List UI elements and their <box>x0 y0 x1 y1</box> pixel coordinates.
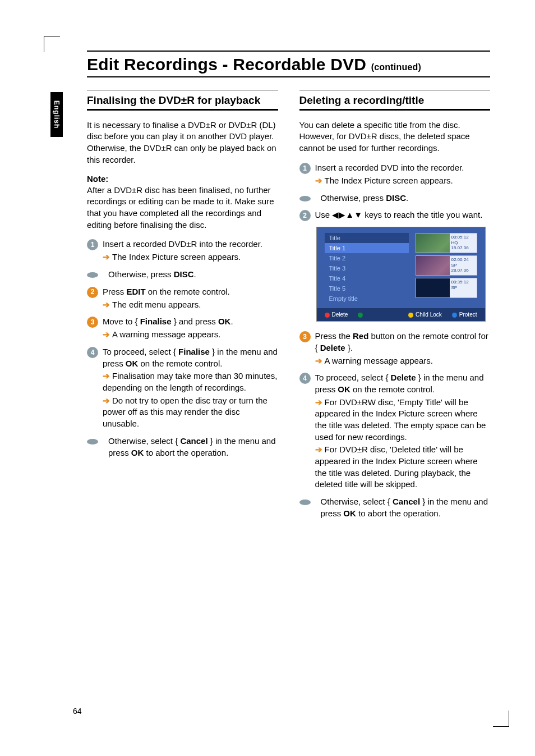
arrow-icon: ➔ <box>103 300 110 309</box>
step-1-result: ➔The Index Picture screen appears. <box>103 251 278 263</box>
alt-step-cancel-text: Otherwise, select { Cancel } in the menu… <box>108 436 278 459</box>
step-3: 3 Press the Red button on the remote con… <box>299 331 491 354</box>
list-item: Title 1 <box>325 243 409 253</box>
step-4-result-1-text: For DVD±RW disc, 'Empty Title' will be a… <box>315 397 486 442</box>
step-number-3-icon: 3 <box>299 331 311 342</box>
alt-step-cancel: Otherwise, select { Cancel } in the menu… <box>87 436 278 459</box>
step-2: 2 Use ◀▶▲▼ keys to reach the title you w… <box>299 209 491 221</box>
note-body: After a DVD±R disc has been finalised, n… <box>87 185 278 231</box>
step-4-result-1: ➔Finalisation may take more than 30 minu… <box>103 370 278 393</box>
legend-childlock: Child Lock <box>408 311 442 318</box>
legend-green <box>358 311 365 318</box>
step-1-result: ➔The Index Picture screen appears. <box>315 175 491 187</box>
section-heading-finalise: Finalising the DVD±R for playback <box>87 94 278 111</box>
direction-keys-icon: ◀▶▲▼ <box>332 210 362 219</box>
step-1-text: Insert a recorded DVD into the recorder. <box>315 162 491 174</box>
page-title: Edit Recordings - Recordable DVD (contin… <box>87 51 490 77</box>
legend-protect: Protect <box>452 311 477 318</box>
step-number-1-icon: 1 <box>299 163 311 174</box>
step-3-result: ➔A warning message appears. <box>103 329 278 341</box>
yellow-dot-icon <box>408 313 413 318</box>
left-column: Finalising the DVD±R for playback It is … <box>87 90 278 525</box>
step-4-result-1-text: Finalisation may take more than 30 minut… <box>103 371 277 392</box>
step-4-result-2-text: For DVD±R disc, 'Deleted title' will be … <box>315 445 478 489</box>
arrow-icon: ➔ <box>103 371 110 381</box>
step-1: 1 Insert a recorded DVD into the recorde… <box>299 162 491 174</box>
list-item: Title 5 <box>325 283 409 294</box>
note-label: Note: <box>87 174 278 184</box>
alt-step-text: Otherwise, press DISC. <box>321 193 491 204</box>
alt-step-text: Otherwise, press DISC. <box>108 269 278 281</box>
step-2: 2 Press EDIT on the remote control. <box>87 286 278 298</box>
blue-dot-icon <box>452 313 457 318</box>
title-list-header: Title <box>325 233 409 243</box>
divider <box>299 90 491 90</box>
alt-step: Otherwise, press DISC. <box>87 269 278 281</box>
red-dot-icon <box>325 313 330 318</box>
arrow-icon: ➔ <box>103 329 110 339</box>
step-number-1-icon: 1 <box>87 239 98 250</box>
page-title-text: Edit Recordings - Recordable DVD <box>87 55 366 74</box>
alt-step-cancel-text: Otherwise, select { Cancel } in the menu… <box>321 496 491 519</box>
step-2-result-text: The edit menu appears. <box>112 300 201 309</box>
step-3-result-text: A warning message appears. <box>325 356 433 365</box>
thumbnail: 02:00:24 SP 28.07.06 <box>416 255 477 276</box>
bullet-icon <box>87 272 98 278</box>
alt-step-cancel: Otherwise, select { Cancel } in the menu… <box>299 496 491 519</box>
arrow-icon: ➔ <box>315 356 322 365</box>
step-1: 1 Insert a recorded DVD±R into the recor… <box>87 239 278 250</box>
step-number-4-icon: 4 <box>299 373 311 384</box>
step-3-result: ➔A warning message appears. <box>315 355 491 367</box>
intro-text: You can delete a specific title from the… <box>299 120 491 154</box>
step-4-text: To proceed, select { Finalise } in the m… <box>103 346 278 369</box>
legend-delete: Delete <box>325 311 348 318</box>
arrow-icon: ➔ <box>103 396 110 405</box>
alt-step: Otherwise, press DISC. <box>299 193 491 204</box>
step-2-text: Use ◀▶▲▼ keys to reach the title you wan… <box>315 209 491 221</box>
section-heading-delete: Deleting a recording/title <box>299 94 491 111</box>
step-number-2-icon: 2 <box>87 287 98 298</box>
step-4-result-2: ➔For DVD±R disc, 'Deleted title' will be… <box>315 444 491 491</box>
arrow-icon: ➔ <box>315 176 322 185</box>
step-number-3-icon: 3 <box>87 317 98 328</box>
arrow-icon: ➔ <box>103 252 110 262</box>
thumbnail: 00:05:12 HQ 15.07.06 <box>416 233 477 253</box>
index-picture-screenshot: Title Title 1 Title 2 Title 3 Title 4 Ti… <box>316 227 486 322</box>
step-3-result-text: A warning message appears. <box>112 329 220 339</box>
arrow-icon: ➔ <box>315 397 322 407</box>
list-item: Empty title <box>325 294 409 304</box>
divider <box>87 90 278 90</box>
thumbnail: 00:35:12 SP <box>416 278 477 298</box>
step-4: 4 To proceed, select { Delete } in the m… <box>299 372 491 395</box>
list-item: Title 3 <box>325 263 409 273</box>
step-2-result: ➔The edit menu appears. <box>103 299 278 311</box>
step-3-text: Press the Red button on the remote contr… <box>315 331 491 354</box>
thumbnail-list: 00:05:12 HQ 15.07.06 02:00:24 SP 28.07.0… <box>416 233 477 304</box>
step-3-text: Move to { Finalise } and press OK. <box>103 316 278 328</box>
step-4-result-2: ➔Do not try to open the disc tray or tur… <box>103 395 278 430</box>
page-title-continued: (continued) <box>371 62 421 72</box>
list-item: Title 2 <box>325 253 409 263</box>
green-dot-icon <box>358 313 363 318</box>
bullet-icon <box>87 439 98 445</box>
step-number-4-icon: 4 <box>87 347 98 358</box>
step-4-result-1: ➔For DVD±RW disc, 'Empty Title' will be … <box>315 397 491 443</box>
bullet-icon <box>299 196 311 201</box>
right-column: Deleting a recording/title You can delet… <box>299 90 491 525</box>
arrow-icon: ➔ <box>315 445 322 454</box>
bullet-icon <box>299 500 311 505</box>
step-1-result-text: The Index Picture screen appears. <box>325 176 453 185</box>
step-1-text: Insert a recorded DVD±R into the recorde… <box>103 239 278 250</box>
page-number: 64 <box>73 707 82 716</box>
list-item: Title 4 <box>325 273 409 283</box>
color-button-legend: Delete Child Lock Protect <box>317 308 485 321</box>
page-content: English Edit Recordings - Recordable DVD… <box>0 0 535 756</box>
step-4: 4 To proceed, select { Finalise } in the… <box>87 346 278 369</box>
step-4-text: To proceed, select { Delete } in the men… <box>315 372 491 395</box>
step-4-result-2-text: Do not try to open the disc tray or turn… <box>103 396 268 428</box>
language-tab: English <box>50 92 63 137</box>
step-3: 3 Move to { Finalise } and press OK. <box>87 316 278 328</box>
step-2-text: Press EDIT on the remote control. <box>103 286 278 298</box>
title-list: Title Title 1 Title 2 Title 3 Title 4 Ti… <box>325 233 409 304</box>
intro-text: It is necessary to finalise a DVD±R or D… <box>87 120 278 166</box>
